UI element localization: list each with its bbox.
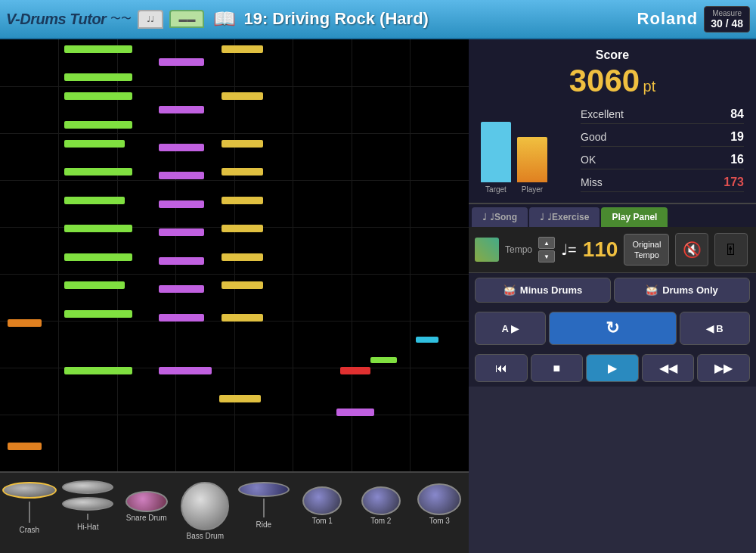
good-row: Good 19 — [581, 128, 744, 147]
b-label: ◀ B — [706, 323, 723, 334]
score-value: 3060 — [569, 63, 640, 98]
main-content: Crash Hi-Hat Snare Drum — [0, 39, 756, 553]
original-tempo-button[interactable]: OriginalTempo — [624, 234, 669, 266]
player-bar — [517, 137, 547, 182]
excellent-value: 84 — [730, 107, 744, 121]
header: V-Drums Tutor 〜〜 ♩♩ ▬▬ 📖 19: Driving Roc… — [0, 0, 756, 39]
transport-row: ⏮ ■ ▶ ◀◀ ▶▶ — [469, 350, 756, 387]
score-area: Score 3060 pt Target Player — [469, 39, 756, 204]
forward-button[interactable]: ▶▶ — [697, 354, 750, 382]
measure-value: 30 / 48 — [711, 17, 743, 30]
tab-song-label: ♩Song — [490, 212, 517, 222]
stop-button[interactable]: ■ — [531, 354, 584, 382]
drum-roll-area — [0, 39, 469, 471]
drums-only-icon: 🥁 — [646, 284, 658, 296]
rewind-start-button[interactable]: ⏮ — [475, 354, 528, 382]
minus-drums-icon: 🥁 — [503, 284, 516, 296]
bass-label: Bass Drum — [187, 532, 224, 540]
audio-buttons-row: 🥁 Minus Drums 🥁 Drums Only — [469, 273, 756, 307]
crash-label: Crash — [19, 526, 39, 534]
tab-bar: ♩ ♩Song ♩ ♩Exercise Play Panel — [469, 204, 756, 227]
drum-icon-hihat: Hi-Hat — [59, 476, 118, 531]
tom1-label: Tom 1 — [312, 517, 333, 525]
good-value: 19 — [730, 130, 744, 144]
ok-label: OK — [581, 154, 596, 166]
score-label: Score — [596, 48, 629, 62]
rewind-button[interactable]: ◀◀ — [642, 354, 695, 382]
loop-button[interactable]: ↻ — [549, 312, 677, 345]
logo-wave: 〜〜 — [110, 12, 132, 26]
score-chart: Target Player — [481, 103, 572, 194]
a-label: A ▶ — [501, 323, 519, 334]
score-unit: pt — [643, 78, 656, 95]
stop-icon: ■ — [553, 362, 561, 375]
minus-drums-button[interactable]: 🥁 Minus Drums — [475, 278, 611, 303]
drum-icon-snare: Snare Drum — [117, 476, 176, 522]
tab-song[interactable]: ♩ ♩Song — [472, 207, 528, 227]
logo-area: V-Drums Tutor 〜〜 — [6, 11, 132, 28]
target-label: Target — [485, 185, 507, 194]
roland-logo: Roland — [637, 9, 699, 29]
drum-icon-crash: Crash — [0, 476, 59, 534]
tab-exercise[interactable]: ♩ ♩Exercise — [529, 207, 600, 227]
drum-icon-tom3: Tom 3 — [411, 476, 469, 525]
drums-only-button[interactable]: 🥁 Drums Only — [614, 278, 750, 303]
drum-icon-bass: Bass Drum — [176, 476, 235, 540]
excellent-label: Excellent — [581, 108, 624, 120]
hihat-label: Hi-Hat — [77, 523, 98, 531]
rewind-start-icon: ⏮ — [495, 362, 507, 375]
good-label: Good — [581, 131, 606, 143]
ride-label: Ride — [256, 520, 271, 529]
ok-row: OK 16 — [581, 151, 744, 169]
measure-label: Measure — [711, 9, 743, 17]
tempo-up-button[interactable]: ▲ — [538, 237, 555, 249]
play-icon: ▶ — [608, 361, 617, 375]
drum-icons-bar: Crash Hi-Hat Snare Drum — [0, 471, 469, 553]
mute-icon: 🔇 — [683, 241, 702, 259]
tab-play-panel-label: Play Panel — [612, 212, 657, 222]
tempo-down-button[interactable]: ▼ — [538, 250, 555, 263]
mute-button[interactable]: 🔇 — [675, 233, 708, 266]
tempo-label: Tempo — [505, 244, 532, 255]
a-button[interactable]: A ▶ — [475, 312, 546, 345]
tom2-label: Tom 2 — [370, 517, 391, 525]
original-tempo-label: OriginalTempo — [632, 240, 661, 259]
tom3-label: Tom 3 — [429, 517, 450, 525]
player-label: Player — [522, 185, 543, 194]
exercise-note-icon: ♩ — [540, 212, 544, 222]
right-panel: Score 3060 pt Target Player — [469, 39, 756, 553]
forward-icon: ▶▶ — [714, 361, 733, 375]
tab-play-panel[interactable]: Play Panel — [601, 207, 668, 227]
book-icon: 📖 — [213, 8, 236, 30]
tempo-indicator — [475, 238, 499, 262]
measure-box: Measure 30 / 48 — [704, 6, 750, 33]
minus-drums-label: Minus Drums — [520, 284, 582, 296]
tab-exercise-label: ♩Exercise — [547, 212, 589, 222]
target-bar — [481, 122, 511, 182]
tab-grid[interactable]: ▬▬ — [169, 10, 204, 28]
controls-area: ♩ ♩Song ♩ ♩Exercise Play Panel Tempo ▲ ▼ — [469, 204, 756, 553]
drum-roll-panel: Crash Hi-Hat Snare Drum — [0, 39, 469, 553]
song-note-icon: ♩ — [482, 212, 487, 222]
drum-icon-ride: Ride — [234, 476, 293, 529]
b-button[interactable]: ◀ B — [680, 312, 751, 345]
ab-row: A ▶ ↻ ◀ B — [469, 307, 756, 350]
tab-sheet-music[interactable]: ♩♩ — [138, 10, 163, 29]
settings-button[interactable]: 🎚 — [714, 233, 748, 266]
drum-icon-tom2: Tom 2 — [352, 476, 411, 525]
loop-icon: ↻ — [606, 318, 619, 338]
drum-icon-tom1: Tom 1 — [293, 476, 352, 525]
ok-value: 16 — [730, 153, 744, 166]
note-symbol: ♩= — [561, 241, 577, 259]
miss-label: Miss — [581, 176, 603, 188]
song-title-area: 📖 19: Driving Rock (Hard) — [204, 8, 637, 30]
play-button[interactable]: ▶ — [586, 354, 639, 382]
drums-only-label: Drums Only — [662, 284, 718, 296]
snare-label: Snare Drum — [126, 514, 167, 522]
rewind-icon: ◀◀ — [659, 361, 677, 375]
miss-value: 173 — [723, 176, 744, 189]
tempo-value: 110 — [583, 238, 618, 262]
app-logo: V-Drums Tutor — [6, 11, 106, 28]
score-stats: Excellent 84 Good 19 OK 16 Miss 173 — [581, 103, 744, 194]
miss-row: Miss 173 — [581, 173, 744, 192]
